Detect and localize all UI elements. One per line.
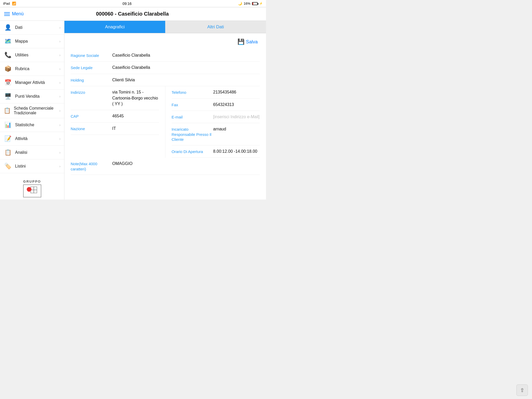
- ragione-sociale-row: Ragione Sociale Caseificio Clarabella: [71, 49, 260, 62]
- orario-label: Orario Di Apertura: [172, 149, 213, 154]
- two-col-section: Indirizzo via Tomini n. 15 - Cartoonia-B…: [71, 86, 260, 158]
- sidebar-item-dati[interactable]: 👤 Dati ›: [0, 21, 64, 35]
- fax-value[interactable]: 654324313: [213, 102, 260, 108]
- sede-legale-row: Sede Legale Caseificio Clarabella: [71, 62, 260, 74]
- punti-vendita-icon: 🖥️: [4, 92, 12, 101]
- cap-value[interactable]: 46545: [112, 113, 159, 119]
- indirizzo-value[interactable]: via Tomini n. 15 - Cartoonia-Borgo vecch…: [112, 89, 159, 107]
- tab-bar: Anagrafici Altri Dati: [64, 21, 266, 33]
- save-icon: 💾: [237, 38, 244, 45]
- ragione-sociale-value[interactable]: Caseificio Clarabella: [112, 52, 260, 58]
- moon-icon: 🌙: [238, 2, 242, 5]
- chevron-icon: ›: [59, 94, 61, 98]
- battery-percent: 16%: [244, 2, 250, 5]
- status-bar: iPad 📶 09:16 🌙 16% ⚡: [0, 0, 266, 7]
- sidebar-label-rubrica: Rubrica: [15, 66, 29, 71]
- orario-value[interactable]: 8.00:12.00 -14.00:18.00: [213, 149, 260, 154]
- chevron-icon: ›: [59, 123, 61, 127]
- chevron-icon: ›: [59, 53, 61, 57]
- chevron-icon: ›: [59, 39, 61, 43]
- menu-button[interactable]: Menù: [4, 11, 24, 17]
- svg-rect-1: [34, 187, 37, 190]
- incaricato-row: Incaricato Responsabile Presso Il Client…: [172, 123, 260, 145]
- logo-box: [23, 184, 41, 197]
- indirizzo-label: Indirizzo: [71, 89, 112, 95]
- sidebar-label-listini: Listini: [15, 164, 26, 169]
- utilities-icon: 📞: [4, 51, 12, 59]
- status-right: 🌙 16% ⚡: [238, 2, 263, 5]
- analisi-icon: 📋: [4, 148, 12, 157]
- sidebar: 👤 Dati › 🗺️ Mappa › 📞 Utilities › 📦 Rubr…: [0, 21, 64, 200]
- sidebar-label-mappa: Mappa: [15, 39, 28, 44]
- sidebar-item-analisi[interactable]: 📋 Analisi ›: [0, 146, 64, 159]
- sidebar-item-scheda-commerciale[interactable]: 📋 Scheda Commerciale Tradizionale ›: [0, 103, 64, 118]
- top-nav: Menù 000060 - Caseificio Clarabella: [0, 7, 266, 21]
- status-left: iPad 📶: [3, 2, 16, 5]
- email-label: E-mail: [172, 114, 213, 120]
- cap-row: CAP 46545: [71, 110, 159, 122]
- rubrica-icon: 📦: [4, 65, 12, 73]
- holding-label: Holding: [71, 77, 112, 83]
- incaricato-value[interactable]: arnaud: [213, 126, 260, 132]
- main-content: Anagrafici Altri Dati 💾 Salva Ragione So…: [64, 21, 266, 200]
- nazione-label: Nazione: [71, 126, 112, 131]
- logo-red-ball: [27, 187, 31, 192]
- email-row: E-mail [inserisci Indirizzo e-Mail]: [172, 111, 260, 123]
- col-right: Telefono 2135435486 Fax 654324313 E-mail…: [165, 86, 260, 158]
- chevron-icon: ›: [59, 137, 61, 141]
- save-label: Salva: [246, 39, 258, 45]
- sidebar-label-dati: Dati: [15, 25, 22, 30]
- nazione-value[interactable]: IT: [112, 126, 159, 131]
- sidebar-item-mappa[interactable]: 🗺️ Mappa ›: [0, 35, 64, 48]
- sidebar-item-manager-attivita[interactable]: 📅 Manager Attività ›: [0, 76, 64, 90]
- attivita-icon: 📝: [4, 135, 12, 143]
- chevron-icon: ›: [59, 67, 61, 71]
- chevron-icon: ›: [59, 150, 61, 155]
- ragione-sociale-label: Ragione Sociale: [71, 52, 112, 58]
- page-title: 000060 - Caseificio Clarabella: [96, 11, 169, 17]
- sidebar-label-manager-attivita: Manager Attività: [15, 80, 45, 85]
- sidebar-label-punti-vendita: Punti Vendita: [15, 94, 39, 99]
- sidebar-label-analisi: Analisi: [15, 150, 27, 155]
- telefono-label: Telefono: [172, 89, 213, 95]
- sede-legale-label: Sede Legale: [71, 65, 112, 70]
- main-layout: 👤 Dati › 🗺️ Mappa › 📞 Utilities › 📦 Rubr…: [0, 21, 266, 200]
- gruppo-label: GRUPPO: [23, 179, 41, 183]
- telefono-row: Telefono 2135435486: [172, 86, 260, 98]
- telefono-value[interactable]: 2135435486: [213, 89, 260, 95]
- sidebar-item-listini[interactable]: 🏷️ Listini ›: [0, 159, 64, 173]
- note-value[interactable]: OMAGGIO: [112, 161, 260, 167]
- sidebar-item-attivita[interactable]: 📝 Attività ›: [0, 132, 64, 146]
- sidebar-item-statistiche[interactable]: 📊 Statistiche ›: [0, 118, 64, 132]
- sidebar-item-punti-vendita[interactable]: 🖥️ Punti Vendita ›: [0, 90, 64, 103]
- save-button[interactable]: 💾 Salva: [235, 37, 260, 46]
- sede-legale-value[interactable]: Caseificio Clarabella: [112, 65, 260, 70]
- email-value[interactable]: [inserisci Indirizzo e-Mail]: [213, 114, 260, 120]
- sidebar-label-utilities: Utilities: [15, 53, 29, 57]
- note-row: Note(Max 4000 caratteri) OMAGGIO: [71, 158, 260, 175]
- status-time: 09:16: [122, 2, 131, 6]
- sidebar-label-scheda-commerciale: Scheda Commerciale Tradizionale: [14, 106, 59, 115]
- save-row: 💾 Salva: [71, 37, 260, 46]
- sidebar-label-statistiche: Statistiche: [15, 123, 34, 127]
- sidebar-item-utilities[interactable]: 📞 Utilities ›: [0, 48, 64, 62]
- company-logo: GRUPPO Digisoft: [0, 175, 64, 200]
- tab-anagrafici[interactable]: Anagrafici: [64, 21, 165, 33]
- fax-label: Fax: [172, 102, 213, 108]
- fax-row: Fax 654324313: [172, 99, 260, 111]
- indirizzo-row: Indirizzo via Tomini n. 15 - Cartoonia-B…: [71, 86, 159, 110]
- scheda-commerciale-icon: 📋: [4, 107, 11, 115]
- wifi-icon: 📶: [12, 2, 16, 5]
- holding-value[interactable]: Clienti Silvia: [112, 77, 260, 83]
- dati-icon: 👤: [4, 23, 12, 32]
- chevron-icon: ›: [59, 164, 61, 168]
- content-area: 💾 Salva Ragione Sociale Caseificio Clara…: [64, 33, 266, 200]
- menu-label: Menù: [12, 11, 24, 17]
- orario-row: Orario Di Apertura 8.00:12.00 -14.00:18.…: [172, 145, 260, 158]
- incaricato-label: Incaricato Responsabile Presso Il Client…: [172, 126, 213, 142]
- mappa-icon: 🗺️: [4, 37, 12, 45]
- col-left: Indirizzo via Tomini n. 15 - Cartoonia-B…: [71, 86, 165, 158]
- tab-altri-dati[interactable]: Altri Dati: [165, 21, 266, 33]
- sidebar-item-rubrica[interactable]: 📦 Rubrica ›: [0, 62, 64, 76]
- battery-icon: [252, 2, 258, 5]
